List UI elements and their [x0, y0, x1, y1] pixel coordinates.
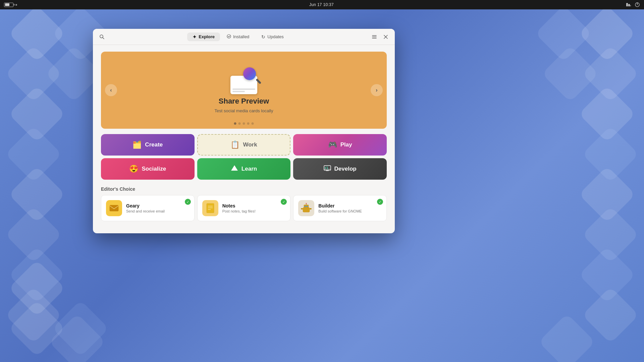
notes-desc: Post notes, tag files! [222, 209, 286, 213]
magnifier-graphic [243, 67, 261, 85]
svg-rect-17 [207, 203, 214, 213]
installed-tab-icon [227, 34, 231, 40]
close-button[interactable] [381, 32, 391, 42]
svg-point-7 [227, 35, 231, 38]
explore-tab-icon: ✦ [193, 34, 197, 40]
play-label: Play [340, 141, 352, 148]
topbar: Jun 17 10:37 [0, 0, 644, 9]
tab-updates[interactable]: ↻ Updates [256, 33, 289, 41]
builder-info: Builder Build software for GNOME [318, 203, 382, 213]
nav-tabs: ✦ Explore Installed ↻ Updates [107, 33, 369, 41]
svg-line-6 [103, 38, 104, 39]
editors-choice-title: Editor's Choice [101, 186, 387, 192]
topbar-right [626, 2, 640, 7]
svg-point-24 [307, 206, 308, 207]
installed-tab-label: Installed [233, 34, 249, 39]
network-icon[interactable] [626, 2, 631, 7]
play-icon: 🎮 [328, 140, 337, 149]
svg-rect-0 [626, 3, 628, 6]
tab-explore[interactable]: ✦ Explore [187, 33, 220, 41]
builder-installed-badge: ✓ [377, 199, 383, 205]
carousel-next-button[interactable]: › [371, 84, 383, 96]
app-card-builder[interactable]: Builder Build software for GNOME ✓ [293, 195, 387, 221]
builder-desc: Build software for GNOME [318, 209, 382, 213]
svg-point-28 [306, 203, 307, 204]
carousel-dot-1[interactable] [234, 122, 236, 125]
create-icon: 🗂️ [132, 140, 142, 149]
develop-icon [324, 165, 331, 173]
category-develop[interactable]: Develop [293, 158, 387, 180]
app-card-geary[interactable]: Geary Send and receive email ✓ [101, 195, 195, 221]
explore-tab-label: Explore [199, 34, 215, 39]
work-label: Work [243, 141, 257, 148]
category-socialize[interactable]: 😍 Socialize [101, 158, 195, 180]
menu-button[interactable] [369, 32, 379, 42]
category-grid: 🗂️ Create 📋 Work 🎮 Play 😍 Socialize [101, 134, 387, 180]
category-work[interactable]: 📋 Work [197, 134, 291, 156]
category-play[interactable]: 🎮 Play [293, 134, 387, 156]
window-controls [369, 32, 391, 42]
card-line-1 [232, 88, 255, 90]
geary-desc: Send and receive email [126, 209, 190, 213]
battery-fill [5, 3, 10, 6]
svg-rect-15 [326, 170, 329, 171]
carousel-dot-4[interactable] [247, 122, 250, 125]
geary-icon [106, 200, 122, 216]
main-content: ‹ Share Preview Test social media cards … [93, 45, 395, 233]
editors-choice-grid: Geary Send and receive email ✓ Notes [101, 195, 387, 221]
notes-icon [202, 200, 218, 216]
work-icon: 📋 [230, 140, 239, 149]
hero-carousel: ‹ Share Preview Test social media cards … [101, 52, 387, 129]
status-dot [15, 4, 17, 6]
notes-info: Notes Post notes, tag files! [222, 203, 286, 213]
carousel-dot-5[interactable] [252, 122, 254, 125]
builder-icon [298, 200, 314, 216]
create-label: Create [145, 141, 163, 148]
hero-app-icon [227, 67, 261, 94]
hero-content: Share Preview Test social media cards lo… [215, 67, 273, 113]
notes-name: Notes [222, 203, 286, 208]
svg-rect-16 [110, 205, 118, 211]
updates-tab-label: Updates [267, 34, 283, 39]
power-icon[interactable] [635, 2, 640, 7]
category-learn[interactable]: Learn [197, 158, 291, 180]
battery-icon [4, 3, 13, 7]
socialize-label: Socialize [142, 166, 166, 172]
topbar-left [4, 3, 17, 7]
geary-installed-badge: ✓ [185, 199, 191, 205]
hero-title: Share Preview [219, 97, 269, 106]
notes-installed-badge: ✓ [281, 199, 287, 205]
category-create[interactable]: 🗂️ Create [101, 134, 195, 156]
svg-point-23 [305, 206, 306, 207]
builder-name: Builder [318, 203, 382, 208]
svg-rect-26 [310, 208, 312, 209]
magnifier-lens [243, 67, 256, 80]
geary-info: Geary Send and receive email [126, 203, 190, 213]
carousel-dot-3[interactable] [243, 122, 245, 125]
socialize-icon: 😍 [129, 165, 138, 173]
svg-rect-2 [630, 5, 631, 6]
svg-rect-1 [628, 4, 630, 6]
hero-subtitle: Test social media cards locally [215, 108, 273, 113]
app-card-notes[interactable]: Notes Post notes, tag files! ✓ [197, 195, 291, 221]
learn-label: Learn [241, 166, 257, 172]
carousel-dot-2[interactable] [238, 122, 241, 125]
carousel-dots [234, 122, 254, 125]
app-window: ✦ Explore Installed ↻ Updates [93, 29, 395, 233]
tab-installed[interactable]: Installed [221, 33, 255, 41]
svg-rect-25 [301, 208, 303, 209]
updates-tab-icon: ↻ [261, 34, 265, 40]
develop-label: Develop [334, 166, 357, 172]
search-button[interactable] [97, 32, 107, 42]
carousel-prev-button[interactable]: ‹ [105, 84, 117, 96]
magnifier-handle [256, 78, 261, 84]
window-header: ✦ Explore Installed ↻ Updates [93, 29, 395, 45]
geary-name: Geary [126, 203, 190, 208]
datetime-display: Jun 17 10:37 [309, 2, 334, 7]
card-line-2 [232, 91, 245, 92]
learn-icon [231, 164, 238, 174]
